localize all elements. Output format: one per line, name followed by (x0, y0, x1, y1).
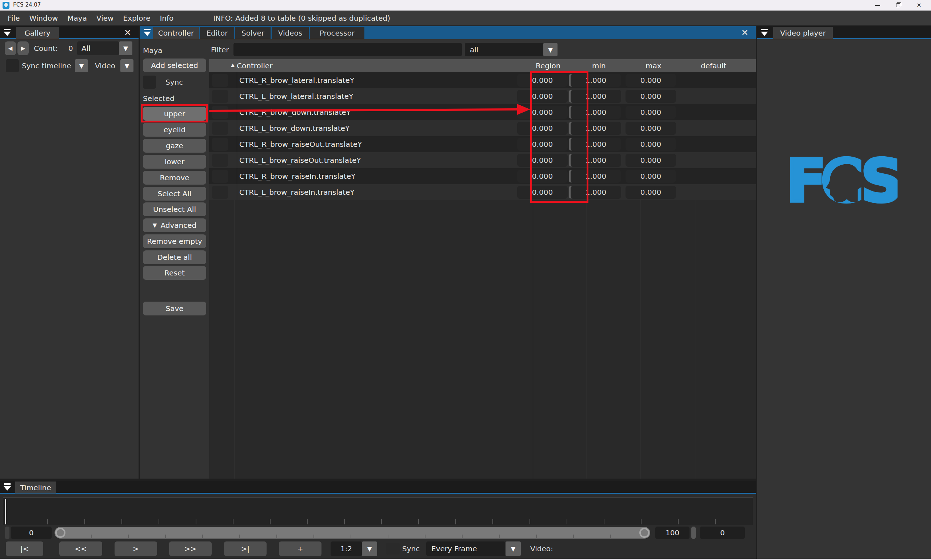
range-start-field[interactable]: 0 (11, 526, 52, 539)
frame-range-slider[interactable] (54, 527, 650, 538)
menu-window[interactable]: Window (25, 14, 63, 23)
playback-mode-dropdown-button[interactable]: ▼ (506, 542, 521, 556)
advanced-toggle-button[interactable]: ▼ Advanced (143, 218, 206, 232)
row-checkbox[interactable] (212, 74, 228, 87)
timeline-sync-checkbox[interactable] (386, 543, 400, 555)
reset-button[interactable]: Reset (143, 266, 206, 280)
region-button-gaze[interactable]: gaze (143, 139, 206, 152)
menu-maya[interactable]: Maya (63, 14, 92, 23)
slider-tick (425, 535, 425, 538)
menu-file[interactable]: File (3, 14, 25, 23)
tab-editor[interactable]: Editor (200, 27, 234, 39)
play-button[interactable]: > (114, 542, 157, 556)
remove-empty-button[interactable]: Remove empty (143, 234, 206, 248)
step-ratio-dropdown-button[interactable]: ▼ (362, 542, 377, 556)
cell-default[interactable]: 0.000 (626, 90, 676, 103)
go-to-start-button[interactable]: |< (6, 542, 43, 556)
column-header-min[interactable]: min (592, 59, 606, 72)
column-header-region[interactable]: Region (536, 59, 560, 72)
tab-timeline[interactable]: Timeline (15, 482, 56, 494)
menu-explore[interactable]: Explore (118, 14, 155, 23)
filter-input[interactable] (233, 43, 462, 56)
row-checkbox[interactable] (212, 122, 228, 135)
slider-handle-start[interactable] (55, 528, 65, 538)
row-checkbox[interactable] (212, 170, 228, 183)
playhead[interactable] (5, 499, 6, 525)
step-ratio-select[interactable]: 1:2 (331, 542, 362, 556)
tab-solver[interactable]: Solver (235, 27, 271, 39)
tab-videos[interactable]: Videos (272, 27, 309, 39)
ruler-tick (84, 519, 85, 525)
current-frame-field[interactable]: 0 (700, 526, 745, 539)
gallery-category-dropdown-button[interactable]: ▼ (119, 42, 133, 55)
table-row[interactable]: CTRL_R_brow_lateral.translateYupper▼0.00… (209, 72, 756, 88)
range-splitter-right[interactable] (691, 526, 696, 539)
tab-gallery[interactable]: Gallery (16, 27, 59, 39)
collapse-icon[interactable] (4, 483, 11, 491)
ruler-tick (715, 519, 716, 525)
remove-button[interactable]: Remove (143, 171, 206, 185)
video-dropdown-button[interactable]: ▼ (120, 59, 134, 72)
gallery-next-button[interactable]: ▶ (17, 42, 29, 55)
controller-close-icon[interactable]: ✕ (739, 27, 750, 38)
gallery-close-icon[interactable]: ✕ (122, 27, 133, 38)
row-checkbox[interactable] (212, 154, 228, 167)
column-divider (640, 200, 640, 478)
go-to-end-button[interactable]: >| (224, 542, 267, 556)
step-forward-button[interactable]: >> (169, 542, 212, 556)
table-row[interactable]: CTRL_R_brow_raiseIn.translateYupper▼0.00… (209, 168, 756, 184)
menu-view[interactable]: View (92, 14, 118, 23)
tab-processor[interactable]: Processor (310, 27, 364, 39)
filter-scope-select[interactable]: all (465, 43, 543, 56)
column-header-controller[interactable]: Controller (237, 59, 272, 72)
tab-controller[interactable]: Controller (153, 27, 199, 39)
sync-checkbox[interactable] (143, 75, 156, 89)
region-button-eyelid[interactable]: eyelid (143, 123, 206, 137)
region-button-lower[interactable]: lower (143, 155, 206, 169)
save-button[interactable]: Save (143, 302, 206, 315)
cell-default[interactable]: 0.000 (626, 122, 676, 135)
unselect-all-button[interactable]: Unselect All (143, 202, 206, 216)
select-all-button[interactable]: Select All (143, 187, 206, 201)
cell-default[interactable]: 0.000 (626, 170, 676, 183)
row-checkbox[interactable] (212, 138, 228, 151)
cell-default[interactable]: 0.000 (626, 186, 676, 199)
row-checkbox[interactable] (212, 186, 228, 199)
gallery-category-select[interactable]: All (77, 42, 119, 55)
table-row[interactable]: CTRL_R_brow_raiseOut.translateYupper▼0.0… (209, 136, 756, 152)
gallery-prev-button[interactable]: ◀ (5, 42, 16, 55)
add-selected-button[interactable]: Add selected (143, 58, 206, 72)
sync-timeline-checkbox[interactable] (6, 59, 19, 72)
status-message: INFO: Added 8 to table (0 skipped as dup… (213, 14, 390, 23)
controller-panel: Controller Editor Solver Videos Processo… (140, 26, 756, 478)
cell-default[interactable]: 0.000 (626, 74, 676, 87)
delete-all-button[interactable]: Delete all (143, 251, 206, 264)
playback-mode-select[interactable]: Every Frame (426, 542, 506, 556)
table-row[interactable]: CTRL_L_brow_lateral.translateYupper▼0.00… (209, 88, 756, 104)
close-button[interactable]: ✕ (911, 0, 927, 11)
row-checkbox[interactable] (212, 90, 228, 103)
column-header-default[interactable]: default (701, 59, 726, 72)
cell-default[interactable]: 0.000 (626, 138, 676, 151)
timeline-ruler[interactable] (3, 497, 753, 525)
table-row[interactable]: CTRL_L_brow_raiseOut.translateYupper▼0.0… (209, 152, 756, 168)
table-row[interactable]: CTRL_L_brow_down.translateYupper▼0.0001.… (209, 120, 756, 136)
restore-button[interactable] (890, 0, 906, 11)
collapse-icon[interactable] (143, 29, 151, 37)
add-key-button[interactable]: + (279, 542, 322, 556)
cell-default[interactable]: 0.000 (626, 106, 676, 119)
table-row[interactable]: CTRL_L_brow_raiseIn.translateYupper▼0.00… (209, 184, 756, 200)
slider-handle-end[interactable] (639, 528, 649, 538)
cell-default[interactable]: 0.000 (626, 154, 676, 167)
sync-timeline-dropdown-button[interactable]: ▼ (75, 59, 88, 72)
tab-video-player[interactable]: Video player (773, 27, 833, 39)
minimize-button[interactable] (869, 0, 886, 11)
step-back-button[interactable]: << (59, 542, 102, 556)
range-end-field[interactable]: 100 (655, 526, 689, 539)
range-splitter-left[interactable] (5, 526, 9, 539)
collapse-icon[interactable] (4, 29, 11, 37)
collapse-icon[interactable] (761, 29, 768, 37)
column-header-max[interactable]: max (646, 59, 661, 72)
filter-scope-dropdown-button[interactable]: ▼ (543, 43, 558, 56)
menu-info[interactable]: Info (155, 14, 178, 23)
